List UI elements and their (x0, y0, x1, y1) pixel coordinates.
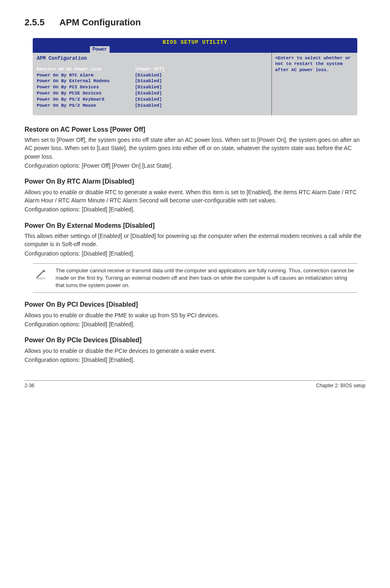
page-title: 2.5.5 APM Configuration (25, 16, 365, 29)
footer-page-number: 2-36 (25, 382, 34, 389)
text-modems-2: Configuration options: [Disabled] [Enabl… (25, 249, 365, 258)
bios-setting-label: Power On By PCIE Devices (37, 90, 135, 97)
bios-setting-label: Power On By PS/2 Mouse (37, 103, 135, 109)
text-pci-2: Configuration options: [Disabled] [Enabl… (25, 320, 365, 328)
page-footer: 2-36 Chapter 2: BIOS setup (25, 380, 365, 389)
text-modems-1: This allows either settings of [Enabled]… (25, 232, 365, 249)
bios-setting-label: Power On By PS/2 Keyboard (37, 97, 135, 103)
bios-setting-value: [Disabled] (135, 103, 162, 109)
bios-setting-value: [Disabled] (135, 78, 162, 84)
text-restore-ac-2: Configuration options: [Power Off] [Powe… (25, 162, 365, 170)
bios-setting-label: Power On By RTC Alarm (37, 72, 135, 79)
bios-setting-value: [Power Off] (135, 66, 165, 72)
note-box: The computer cannot receive or transmit … (33, 263, 357, 293)
text-rtc-2: Configuration options: [Disabled] [Enabl… (25, 205, 365, 213)
heading-external-modems: Power On By External Modems [Disabled] (25, 221, 365, 230)
bios-setting-label: Restore on AC Power Loss (37, 66, 135, 72)
bios-tab-row: Power (33, 46, 357, 53)
bios-setting-row[interactable]: Restore on AC Power Loss[Power Off] (37, 66, 267, 72)
note-text: The computer cannot receive or transmit … (56, 267, 357, 290)
bios-setting-value: [Disabled] (135, 84, 162, 90)
bios-setting-value: [Disabled] (135, 72, 162, 79)
bios-setting-row[interactable]: Power On By PCIE Devices[Disabled] (37, 90, 267, 97)
bios-setting-row[interactable]: Power On By PCI Devices[Disabled] (37, 84, 267, 90)
note-icon (33, 267, 49, 290)
heading-pcie-devices: Power On By PCIe Devices [Disabled] (25, 336, 365, 345)
bios-setting-row[interactable]: Power On By External Modems[Disabled] (37, 78, 267, 84)
footer-chapter: Chapter 2: BIOS setup (316, 382, 365, 389)
heading-restore-ac: Restore on AC Power Loss [Power Off] (25, 125, 365, 134)
bios-left-panel: APM Configuration Restore on AC Power Lo… (33, 53, 271, 115)
text-rtc-1: Allows you to enable or disable RTC to g… (25, 188, 365, 205)
bios-help-panel: <Enter> to select whether or not to rest… (271, 53, 357, 115)
bios-setting-row[interactable]: Power On By RTC Alarm[Disabled] (37, 72, 267, 79)
text-pcie-2: Configuration options: [Disabled] [Enabl… (25, 356, 365, 364)
bios-setting-value: [Disabled] (135, 90, 162, 97)
bios-setting-label: Power On By PCI Devices (37, 84, 135, 90)
text-pcie-1: Allows you to enable or disable the PCIe… (25, 347, 365, 355)
bios-setting-row[interactable]: Power On By PS/2 Mouse[Disabled] (37, 103, 267, 109)
bios-panel-heading: APM Configuration (37, 55, 267, 62)
heading-rtc-alarm: Power On By RTC Alarm [Disabled] (25, 177, 365, 186)
section-title-text: APM Configuration (59, 17, 141, 27)
bios-setting-label: Power On By External Modems (37, 78, 135, 84)
text-pci-1: Allows you to enable or disable the PME … (25, 311, 365, 319)
bios-setting-row[interactable]: Power On By PS/2 Keyboard[Disabled] (37, 97, 267, 103)
bios-setting-value: [Disabled] (135, 97, 162, 103)
bios-title-bar: BIOS SETUP UTILITY (33, 38, 357, 46)
heading-pci-devices: Power On By PCI Devices [Disabled] (25, 300, 365, 309)
text-restore-ac-1: When set to [Power Off], the system goes… (25, 136, 365, 161)
section-number: 2.5.5 (25, 16, 57, 29)
bios-panel: BIOS SETUP UTILITY Power APM Configurati… (33, 38, 357, 115)
bios-tab-power[interactable]: Power (90, 46, 110, 53)
bios-body: APM Configuration Restore on AC Power Lo… (33, 53, 357, 115)
